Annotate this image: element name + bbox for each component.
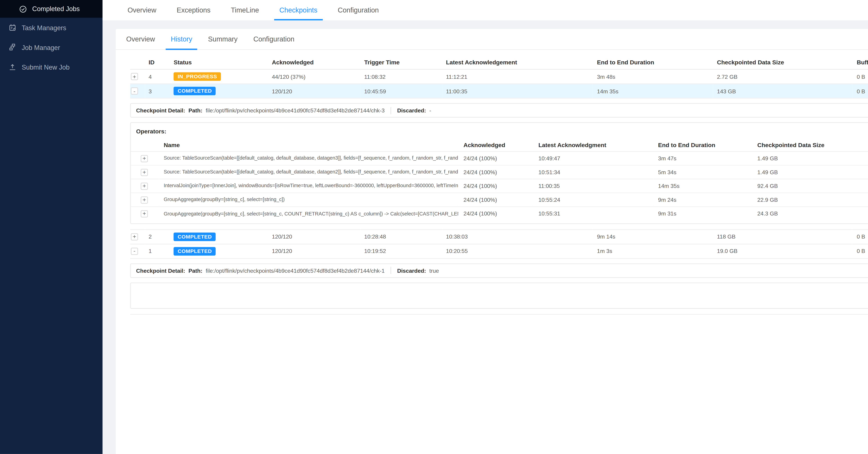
checkpoint-row-4[interactable]: + 4 IN_PROGRESS 44/120 (37%) 11:08:32 11… — [130, 69, 868, 84]
sidebar-item-submit-new-job[interactable]: Submit New Job — [0, 57, 102, 77]
operators-panel — [130, 282, 868, 309]
expand-button[interactable]: + — [141, 196, 148, 203]
subtab-summary[interactable]: Summary — [203, 29, 243, 50]
col-id: ID — [145, 56, 169, 69]
cell-data-size: 118 GB — [713, 229, 853, 244]
discarded-label: Discarded: — [397, 267, 426, 273]
col-data-size: Checkpointed Data Size — [752, 139, 867, 152]
operator-row[interactable]: + IntervalJoin(joinType=[InnerJoin], win… — [131, 179, 868, 193]
tab-exceptions[interactable]: Exceptions — [172, 0, 216, 20]
col-end-to-end: End to End Duration — [593, 56, 713, 69]
cell-latest-ack: 10:55:24 — [533, 193, 653, 206]
upload-icon — [8, 63, 16, 71]
cell-trigger-time: 10:28:48 — [360, 229, 442, 244]
checkpoints-header-row: ID Status Acknowledged Trigger Time Late… — [130, 56, 868, 69]
cell-data-size: 22.9 GB — [752, 193, 867, 206]
expand-button[interactable]: + — [141, 155, 148, 162]
cell-data-size: 19.0 GB — [713, 244, 853, 258]
cell-end-to-end: 1m 3s — [593, 244, 713, 258]
collapse-button[interactable]: - — [131, 88, 138, 95]
sidebar-item-label: Submit New Job — [22, 63, 70, 71]
operators-header-row: Name Acknowledged Latest Acknowledgment … — [131, 139, 868, 152]
status-badge: IN_PROGRESS — [174, 72, 221, 81]
subtab-history[interactable]: History — [165, 29, 197, 50]
tab-timeline[interactable]: TimeLine — [225, 0, 264, 20]
expand-button[interactable]: + — [131, 73, 138, 80]
path-label: Path: — [188, 107, 202, 114]
checkpoint-row-1[interactable]: - 1 COMPLETED 120/120 10:19:52 10:20:55 … — [130, 244, 868, 258]
cell-data-size: 1.49 GB — [752, 152, 867, 165]
operators-label: Operators: — [131, 127, 868, 139]
expand-button[interactable]: + — [141, 168, 148, 176]
cell-data-size: 143 GB — [713, 84, 853, 98]
flink-dashboard: Completed Jobs Task Managers Job Manager… — [0, 0, 868, 454]
cell-data-size: 2.72 GB — [713, 69, 853, 84]
sidebar-item-completed-jobs[interactable]: Completed Jobs — [0, 0, 102, 18]
path-value: file:/opt/flink/pv/checkpoints/4b9ce41d9… — [206, 267, 385, 273]
cell-acknowledged: 120/120 — [268, 229, 361, 244]
col-acknowledged: Acknowledged — [268, 56, 361, 69]
cell-latest-ack: 11:00:35 — [533, 179, 653, 193]
sidebar-item-label: Job Manager — [22, 44, 60, 51]
discarded-value: true — [429, 267, 439, 273]
cell-buffered: 0 B — [867, 179, 868, 193]
col-end-to-end: End to End Duration — [653, 139, 752, 152]
collapse-button[interactable]: - — [131, 248, 138, 255]
cell-end-to-end: 5m 34s — [653, 165, 752, 179]
sidebar-item-job-manager[interactable]: Job Manager — [0, 37, 102, 57]
sidebar-item-task-managers[interactable]: Task Managers — [0, 18, 102, 37]
expand-button[interactable]: + — [141, 210, 148, 217]
operator-name: GroupAggregate(groupBy=[string_c], selec… — [164, 210, 331, 218]
cell-id: 4 — [145, 69, 169, 84]
cell-id: 2 — [145, 229, 169, 244]
content-area: Overview History Summary Configuration R… — [102, 20, 868, 454]
cell-latest-ack: 10:38:03 — [442, 229, 593, 244]
tab-checkpoints[interactable]: Checkpoints — [274, 0, 322, 20]
history-table-wrap: ID Status Acknowledged Trigger Time Late… — [116, 50, 868, 314]
checkpoint-row-2[interactable]: + 2 COMPLETED 120/120 10:28:48 10:38:03 … — [130, 229, 868, 244]
cell-end-to-end: 9m 24s — [653, 193, 752, 206]
operators-table: Name Acknowledged Latest Acknowledgment … — [131, 139, 868, 221]
cell-end-to-end: 9m 31s — [653, 206, 752, 221]
operator-name: GroupAggregate(groupBy=[string_c], selec… — [164, 196, 331, 203]
cell-acknowledged: 120/120 — [268, 244, 361, 258]
checkpoint-detail: Checkpoint Detail: Path: file:/opt/flink… — [130, 263, 868, 278]
operator-row[interactable]: + GroupAggregate(groupBy=[string_c], sel… — [131, 193, 868, 206]
task-managers-icon — [8, 24, 16, 31]
divider — [391, 107, 391, 114]
col-latest-ack: Latest Acknowledgement — [442, 56, 593, 69]
operator-name: IntervalJoin(joinType=[InnerJoin], windo… — [164, 182, 331, 190]
expander-column-header — [130, 56, 145, 69]
checkpoints-table: ID Status Acknowledged Trigger Time Late… — [130, 56, 868, 314]
expand-button[interactable]: + — [131, 233, 138, 240]
operator-row[interactable]: + GroupAggregate(groupBy=[string_c], sel… — [131, 206, 868, 221]
checkpoint-row-3[interactable]: - 3 COMPLETED 120/120 10:45:59 11:00:35 … — [130, 84, 868, 98]
cell-trigger-time: 11:08:32 — [360, 69, 442, 84]
status-badge: COMPLETED — [174, 232, 216, 241]
cell-end-to-end: 9m 14s — [593, 229, 713, 244]
checkpoint-detail-label: Checkpoint Detail: — [136, 107, 185, 114]
cell-trigger-time: 10:19:52 — [360, 244, 442, 258]
cell-data-size: 24.3 GB — [752, 206, 867, 221]
tab-configuration[interactable]: Configuration — [333, 0, 384, 20]
discarded-value: - — [429, 107, 431, 114]
subtab-configuration[interactable]: Configuration — [248, 29, 300, 50]
col-status: Status — [170, 56, 268, 69]
sidebar-menu: Task Managers Job Manager Submit New Job — [0, 18, 102, 77]
subtab-overview[interactable]: Overview — [121, 29, 160, 50]
cell-buffered: 0 B — [867, 206, 868, 221]
operator-row[interactable]: + Source: TableSourceScan(table=[[defaul… — [131, 152, 868, 165]
operator-row[interactable]: + Source: TableSourceScan(table=[[defaul… — [131, 165, 868, 179]
expand-button[interactable]: + — [141, 182, 148, 190]
tab-overview[interactable]: Overview — [122, 0, 161, 20]
cell-latest-ack: 10:20:55 — [442, 244, 593, 258]
operators-panel: Operators: — [130, 122, 868, 224]
col-acknowledged: Acknowledged — [458, 139, 533, 152]
cell-id: 3 — [145, 84, 169, 98]
path-value: file:/opt/flink/pv/checkpoints/4b9ce41d9… — [206, 107, 385, 114]
cell-buffered: 0 B — [853, 229, 868, 244]
cell-buffered: 0 B — [853, 244, 868, 258]
cell-buffered: 0 B — [867, 165, 868, 179]
cell-latest-ack: 10:55:31 — [533, 206, 653, 221]
checkpoint-subtab-bar: Overview History Summary Configuration R… — [116, 29, 868, 50]
